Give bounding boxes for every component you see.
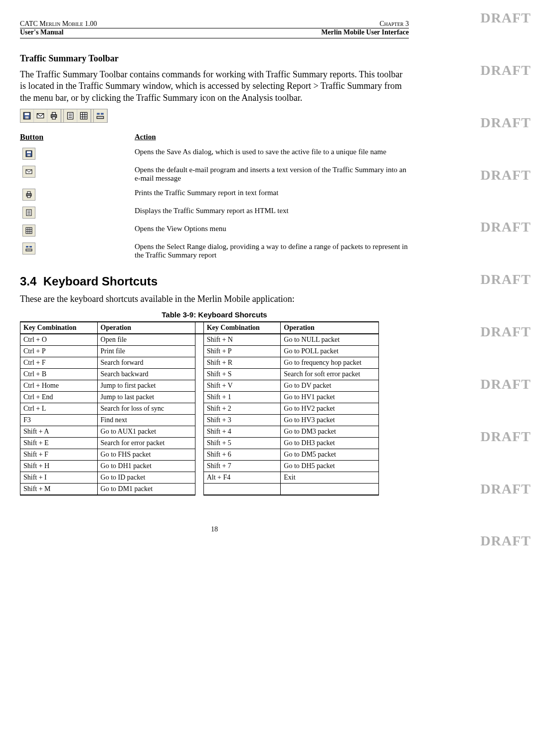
table-row: Ctrl + FSearch forwardShift + RGo to fre…	[20, 357, 379, 368]
section-heading-keyboard: 3.4 Keyboard Shortcuts	[20, 274, 409, 288]
print-icon	[49, 111, 58, 120]
cell-key1: Shift + H	[20, 460, 98, 472]
svg-rect-18	[97, 116, 104, 119]
watermark: DRAFT	[481, 429, 531, 445]
cell-op1: Jump to first packet	[97, 380, 195, 391]
header-top: CATC Merlin Mobile 1.00 Chapter 3	[20, 20, 409, 28]
cell-key1: Ctrl + O	[20, 334, 98, 346]
watermark: DRAFT	[481, 271, 531, 287]
table-gap	[195, 380, 204, 391]
table-row: Shift + FGo to FHS packetShift + 6Go to …	[20, 449, 379, 460]
cell-key2: Shift + S	[203, 368, 281, 380]
svg-rect-21	[27, 154, 30, 156]
table-gap	[195, 357, 204, 368]
header-chapter: Chapter 3	[379, 20, 409, 28]
table-header-key2: Key Combination	[203, 322, 281, 334]
cell-key1: Shift + M	[20, 483, 98, 495]
table-gap	[195, 403, 204, 414]
cell-op1: Jump to last packet	[97, 391, 195, 403]
table-row: Ctrl + HomeJump to first packetShift + V…	[20, 380, 379, 391]
watermark: DRAFT	[481, 533, 531, 549]
section-body-traffic: The Traffic Summary Toolbar contains com…	[20, 69, 409, 104]
table-row: Ctrl + LSearch for loss of syncShift + 2…	[20, 403, 379, 414]
toolbar-save-button[interactable]	[20, 109, 34, 122]
header-product: CATC Merlin Mobile 1.00	[20, 20, 97, 28]
table-row: F3Find nextShift + 3Go to HV3 packet	[20, 414, 379, 426]
range-button-icon	[22, 243, 35, 254]
button-action-text: Displays the Traffic Summary report as H…	[135, 207, 409, 215]
cell-key1: Ctrl + Home	[20, 380, 98, 391]
button-action-table: Button Action Opens the Save As dialog, …	[20, 133, 409, 259]
button-action-text: Prints the Traffic Summary report in tex…	[135, 189, 409, 197]
toolbar-document-button[interactable]	[64, 109, 77, 122]
section-title-traffic: Traffic Summary Toolbar	[20, 53, 409, 64]
cell-op2: Go to NULL packet	[281, 334, 379, 346]
button-row: Prints the Traffic Summary report in tex…	[20, 189, 409, 201]
table-header-op1: Operation	[97, 322, 195, 334]
svg-rect-24	[27, 192, 30, 194]
svg-rect-11	[80, 112, 87, 119]
document-button-icon	[22, 207, 35, 219]
table-gap	[195, 368, 204, 380]
toolbar-print-button[interactable]	[47, 109, 61, 122]
button-header-col2: Action	[135, 133, 409, 141]
button-row: Opens the Select Range dialog, providing…	[20, 243, 409, 259]
table-gap	[195, 460, 204, 472]
section-title: Keyboard Shortcuts	[43, 274, 158, 288]
cell-key2: Shift + 6	[203, 449, 281, 460]
button-action-text: Opens the default e-mail program and ins…	[135, 166, 409, 183]
svg-rect-17	[101, 113, 104, 115]
button-row: Opens the View Options menu	[20, 225, 409, 237]
table-row: Shift + HGo to DH1 packetShift + 7Go to …	[20, 460, 379, 472]
table-gap	[195, 437, 204, 449]
cell-key1: Ctrl + L	[20, 403, 98, 414]
cell-op1: Go to AUX1 packet	[97, 426, 195, 437]
cell-key1: F3	[20, 414, 98, 426]
shortcuts-table: Key Combination Operation Key Combinatio…	[20, 321, 379, 496]
button-row: Opens the Save As dialog, which is used …	[20, 148, 409, 160]
cell-op1: Go to DH1 packet	[97, 460, 195, 472]
cell-key2: Shift + 1	[203, 391, 281, 403]
cell-op2: Exit	[281, 472, 379, 483]
cell-key2: Shift + V	[203, 380, 281, 391]
grid-button-icon	[22, 225, 35, 237]
svg-rect-37	[26, 249, 32, 251]
document-icon	[25, 209, 33, 217]
table-caption: Table 3-9: Keyboard Shorcuts	[35, 310, 394, 319]
cell-op2: Go to DH3 packet	[281, 437, 379, 449]
cell-op2	[281, 483, 379, 495]
cell-op1: Search forward	[97, 357, 195, 368]
toolbar-range-button[interactable]	[94, 109, 107, 122]
page-number: 18	[20, 525, 409, 533]
cell-key2: Shift + P	[203, 345, 281, 357]
section-number: 3.4	[20, 274, 36, 288]
cell-op2: Search for soft error packet	[281, 368, 379, 380]
table-row: Shift + IGo to ID packetAlt + F4Exit	[20, 472, 379, 483]
svg-rect-6	[52, 117, 56, 119]
toolbar-image	[20, 109, 108, 123]
header-manual: User's Manual	[20, 28, 64, 36]
button-action-text: Opens the Select Range dialog, providing…	[135, 243, 409, 259]
cell-key2: Shift + 7	[203, 460, 281, 472]
button-header-col1: Button	[20, 133, 135, 142]
table-gap	[195, 426, 204, 437]
toolbar-email-button[interactable]	[34, 109, 47, 122]
table-gap	[195, 449, 204, 460]
range-icon	[96, 111, 105, 120]
svg-rect-30	[26, 228, 32, 234]
grid-icon	[25, 227, 33, 235]
table-gap	[195, 334, 204, 346]
watermark: DRAFT	[481, 62, 531, 78]
cell-key2: Shift + R	[203, 357, 281, 368]
range-icon	[25, 245, 33, 252]
cell-op2: Go to DM3 packet	[281, 426, 379, 437]
save-button-icon	[22, 148, 35, 160]
email-icon	[36, 111, 45, 120]
header-bottom: User's Manual Merlin Mobile User Interfa…	[20, 28, 409, 38]
button-row: Displays the Traffic Summary report as H…	[20, 207, 409, 219]
cell-op2: Go to frequency hop packet	[281, 357, 379, 368]
toolbar-grid-button[interactable]	[77, 109, 91, 122]
page-content: CATC Merlin Mobile 1.00 Chapter 3 User's…	[0, 0, 409, 553]
svg-rect-16	[97, 113, 100, 115]
cell-key1: Ctrl + P	[20, 345, 98, 357]
